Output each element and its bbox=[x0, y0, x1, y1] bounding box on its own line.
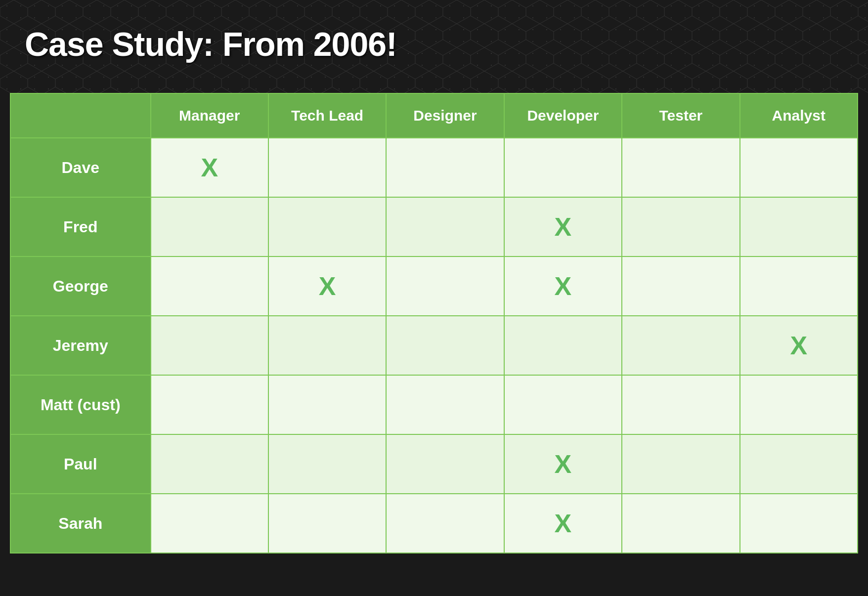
cell-jeremy-designer bbox=[386, 316, 504, 375]
cell-mattcust-analyst bbox=[740, 375, 858, 434]
matrix-table: Manager Tech Lead Designer Developer Tes… bbox=[10, 93, 858, 553]
header-row: Manager Tech Lead Designer Developer Tes… bbox=[10, 93, 858, 138]
cell-fred-tester bbox=[622, 197, 739, 256]
cell-jeremy-analyst: X bbox=[740, 316, 858, 375]
cell-jeremy-tester bbox=[622, 316, 739, 375]
cell-paul-designer bbox=[386, 434, 504, 494]
cell-mattcust-manager bbox=[151, 375, 268, 434]
x-mark: X bbox=[555, 273, 572, 299]
row-name-cell: George bbox=[10, 256, 151, 316]
row-name-cell: Sarah bbox=[10, 494, 151, 553]
cell-mattcust-developer bbox=[504, 375, 622, 434]
x-mark: X bbox=[555, 451, 572, 477]
cell-paul-developer: X bbox=[504, 434, 622, 494]
cell-fred-designer bbox=[386, 197, 504, 256]
x-mark: X bbox=[555, 511, 572, 536]
cell-sarah-tester bbox=[622, 494, 739, 553]
cell-paul-analyst bbox=[740, 434, 858, 494]
cell-sarah-tech_lead bbox=[268, 494, 386, 553]
cell-paul-tech_lead bbox=[268, 434, 386, 494]
table-section: Manager Tech Lead Designer Developer Tes… bbox=[10, 93, 858, 553]
table-row: JeremyX bbox=[10, 316, 858, 375]
cell-george-tech_lead: X bbox=[268, 256, 386, 316]
cell-george-tester bbox=[622, 256, 739, 316]
row-name-cell: Fred bbox=[10, 197, 151, 256]
row-name-cell: Dave bbox=[10, 138, 151, 197]
table-row: FredX bbox=[10, 197, 858, 256]
cell-dave-tech_lead bbox=[268, 138, 386, 197]
cell-dave-designer bbox=[386, 138, 504, 197]
cell-mattcust-tester bbox=[622, 375, 739, 434]
cell-george-designer bbox=[386, 256, 504, 316]
x-mark: X bbox=[201, 155, 218, 180]
cell-dave-developer bbox=[504, 138, 622, 197]
table-row: SarahX bbox=[10, 494, 858, 553]
x-mark: X bbox=[555, 214, 572, 240]
row-name-cell: Matt (cust) bbox=[10, 375, 151, 434]
cell-sarah-developer: X bbox=[504, 494, 622, 553]
cell-jeremy-manager bbox=[151, 316, 268, 375]
cell-jeremy-developer bbox=[504, 316, 622, 375]
table-row: Matt (cust) bbox=[10, 375, 858, 434]
col-header-tester: Tester bbox=[622, 93, 739, 138]
col-header-name bbox=[10, 93, 151, 138]
page-title: Case Study: From 2006! bbox=[20, 15, 848, 73]
cell-george-analyst bbox=[740, 256, 858, 316]
cell-paul-manager bbox=[151, 434, 268, 494]
cell-fred-analyst bbox=[740, 197, 858, 256]
cell-dave-analyst bbox=[740, 138, 858, 197]
cell-fred-tech_lead bbox=[268, 197, 386, 256]
col-header-manager: Manager bbox=[151, 93, 268, 138]
cell-george-developer: X bbox=[504, 256, 622, 316]
cell-jeremy-tech_lead bbox=[268, 316, 386, 375]
cell-fred-developer: X bbox=[504, 197, 622, 256]
row-name-cell: Jeremy bbox=[10, 316, 151, 375]
cell-sarah-analyst bbox=[740, 494, 858, 553]
cell-dave-manager: X bbox=[151, 138, 268, 197]
cell-sarah-designer bbox=[386, 494, 504, 553]
cell-mattcust-tech_lead bbox=[268, 375, 386, 434]
cell-fred-manager bbox=[151, 197, 268, 256]
col-header-developer: Developer bbox=[504, 93, 622, 138]
col-header-tech-lead: Tech Lead bbox=[268, 93, 386, 138]
table-row: PaulX bbox=[10, 434, 858, 494]
table-row: DaveX bbox=[10, 138, 858, 197]
cell-sarah-manager bbox=[151, 494, 268, 553]
col-header-analyst: Analyst bbox=[740, 93, 858, 138]
cell-mattcust-designer bbox=[386, 375, 504, 434]
col-header-designer: Designer bbox=[386, 93, 504, 138]
cell-paul-tester bbox=[622, 434, 739, 494]
cell-george-manager bbox=[151, 256, 268, 316]
x-mark: X bbox=[790, 333, 807, 358]
header-section: Case Study: From 2006! bbox=[0, 0, 868, 93]
table-row: GeorgeXX bbox=[10, 256, 858, 316]
cell-dave-tester bbox=[622, 138, 739, 197]
x-mark: X bbox=[319, 273, 336, 299]
row-name-cell: Paul bbox=[10, 434, 151, 494]
